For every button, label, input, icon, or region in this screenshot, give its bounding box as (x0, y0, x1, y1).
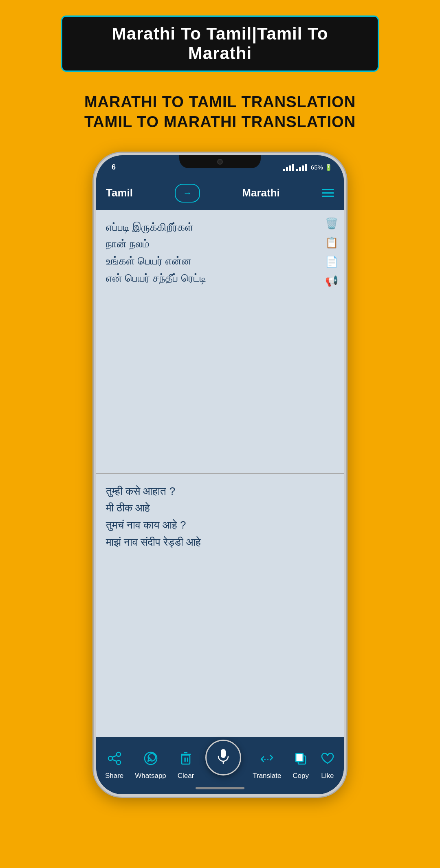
clipboard-icon[interactable]: 📋 (325, 236, 338, 249)
mic-icon (215, 747, 231, 767)
menu-line-1 (322, 189, 334, 190)
svg-rect-12 (221, 749, 226, 758)
app-title-banner: Marathi To Tamil|Tamil To Marathi (61, 15, 379, 72)
output-panel: तुम्ही कसे आहात ? मी ठीक आहे तुमचं नाव क… (96, 474, 344, 737)
svg-point-0 (117, 752, 121, 756)
volume-down-button[interactable] (94, 282, 95, 310)
signal-bar-2 (286, 167, 288, 171)
menu-button[interactable] (322, 189, 334, 197)
svg-point-2 (117, 760, 121, 764)
translate-action[interactable]: Translate (253, 751, 281, 780)
phone-frame: 6 65% 🔋 Tamil → Marathi (94, 153, 346, 797)
phone-screen: Tamil → Marathi எப்படி இருக்கிறீர்கள் நா… (96, 176, 344, 794)
copy-icon (293, 751, 308, 769)
share-label: Share (105, 772, 123, 780)
svg-rect-16 (296, 753, 303, 762)
translate-label: Translate (253, 772, 281, 780)
whatsapp-label: Whatsapp (135, 772, 166, 780)
whatsapp-icon (143, 751, 158, 769)
clear-icon (178, 751, 193, 769)
arrow-icon: → (183, 188, 192, 198)
copy-label: Copy (293, 772, 309, 780)
power-button[interactable] (345, 253, 346, 298)
signal-bar-3 (289, 165, 291, 171)
subtitle-line2: TAMIL TO MARATHI TRANSLATION (84, 112, 356, 132)
signal2-bar-2 (299, 167, 301, 171)
signal2-bar-4 (305, 164, 307, 171)
battery-icon: 65% 🔋 (311, 164, 332, 171)
svg-line-3 (112, 756, 117, 757)
output-text: तुम्ही कसे आहात ? मी ठीक आहे तुमचं नाव क… (106, 483, 315, 551)
clear-action[interactable]: Clear (178, 751, 194, 780)
subtitle-area: MARATHI TO TAMIL TRANSLATION TAMIL TO MA… (84, 92, 356, 132)
subtitle-line1: MARATHI TO TAMIL TRANSLATION (84, 92, 356, 112)
signal-bar-4 (292, 164, 294, 171)
signal2-bar-1 (296, 169, 298, 171)
status-icons: 65% 🔋 (283, 164, 332, 171)
clear-label: Clear (178, 772, 194, 780)
menu-line-2 (322, 192, 334, 194)
input-panel[interactable]: எப்படி இருக்கிறீர்கள் நான் நலம் உங்கள் ப… (96, 210, 344, 474)
delete-icon[interactable]: 🗑️ (325, 217, 338, 230)
status-time: 6 (112, 163, 116, 172)
menu-line-3 (322, 196, 334, 197)
mic-button[interactable] (205, 740, 241, 775)
translator-nav: Tamil → Marathi (96, 176, 344, 210)
panels-container: எப்படி இருக்கிறீர்கள் நான் நலம் உங்கள் ப… (96, 210, 344, 737)
share-icon (107, 751, 122, 769)
camera (217, 159, 223, 165)
source-language-label: Tamil (106, 187, 133, 199)
signal-bars (283, 164, 294, 171)
input-panel-icons: 🗑️ 📋 📄 📢 (325, 217, 338, 287)
signal-bars-2 (296, 164, 307, 171)
speaker-icon[interactable]: 📢 (325, 275, 338, 287)
phone-notch (179, 155, 261, 168)
like-icon (320, 751, 335, 769)
like-action[interactable]: Like (320, 751, 335, 780)
whatsapp-action[interactable]: Whatsapp (135, 751, 166, 780)
target-language-label: Marathi (242, 187, 279, 199)
signal2-bar-3 (302, 165, 304, 171)
copy-doc-icon[interactable]: 📄 (325, 256, 338, 268)
home-indicator (196, 787, 244, 789)
signal-bar-1 (283, 169, 285, 171)
bottom-bar: Share Whatsapp (96, 737, 344, 794)
svg-line-4 (112, 760, 117, 761)
share-action[interactable]: Share (105, 751, 123, 780)
translate-icon (260, 751, 274, 769)
input-text: எப்படி இருக்கிறீர்கள் நான் நலம் உங்கள் ப… (106, 219, 315, 286)
swap-language-button[interactable]: → (175, 184, 200, 203)
app-title: Marathi To Tamil|Tamil To Marathi (79, 24, 361, 63)
copy-action[interactable]: Copy (293, 751, 309, 780)
svg-point-1 (108, 756, 112, 760)
volume-up-button[interactable] (94, 245, 95, 273)
like-label: Like (321, 772, 334, 780)
